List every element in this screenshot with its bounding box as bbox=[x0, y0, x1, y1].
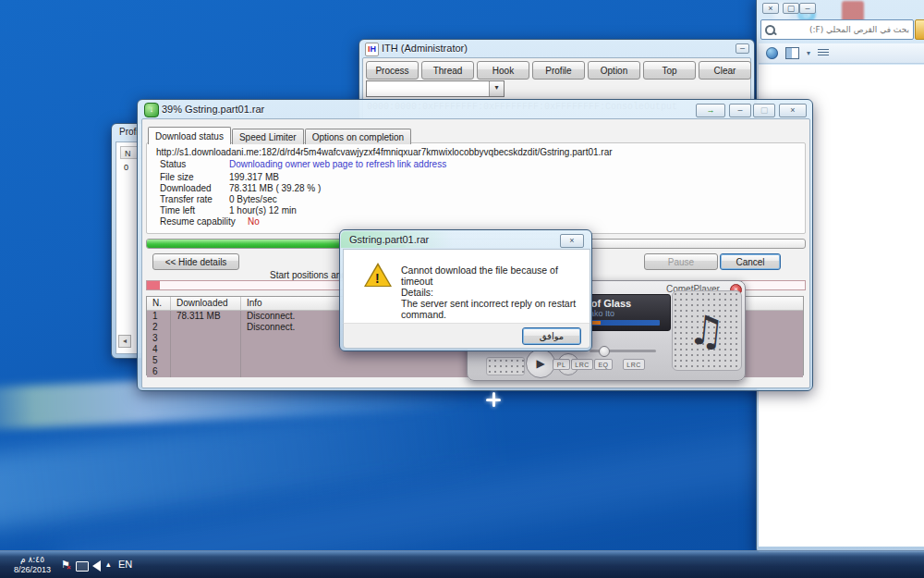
field-value: 0 Bytes/sec bbox=[229, 194, 277, 204]
maximize-icon[interactable]: ▢ bbox=[783, 3, 799, 14]
lrc2-button[interactable]: LRC bbox=[623, 359, 645, 370]
tab-download-status[interactable]: Download status bbox=[148, 127, 231, 144]
pause-button[interactable]: Pause bbox=[644, 253, 718, 270]
segments-fill bbox=[147, 281, 160, 289]
maximize-icon[interactable]: ▢ bbox=[753, 104, 775, 117]
dialog-title: Gstring.part01.rar bbox=[349, 234, 429, 245]
thread-button[interactable]: Thread bbox=[421, 61, 474, 80]
chevron-down-icon[interactable]: ▾ bbox=[489, 81, 504, 96]
download-url: http://s1.downloadani.me:182/d/rd4r5m4wa… bbox=[156, 147, 613, 157]
seek-knob[interactable] bbox=[599, 346, 610, 357]
tray-clock[interactable]: ٨:٤٥ م 8/26/2013 bbox=[6, 553, 59, 577]
profile-list-cell[interactable]: 0 bbox=[124, 163, 128, 172]
idm-app-icon: ↓ bbox=[144, 103, 159, 117]
cursor-sparkle bbox=[486, 392, 501, 407]
status-value: Downloading owner web page to refresh li… bbox=[229, 159, 446, 169]
field-value: 199.317 MB bbox=[229, 172, 279, 182]
hide-details-button[interactable]: << Hide details bbox=[152, 253, 239, 270]
ith-toolbar: Process Thread Hook Profile Option Top C… bbox=[366, 61, 751, 80]
search-input[interactable] bbox=[775, 25, 913, 34]
profile-button[interactable]: Profile bbox=[532, 61, 585, 80]
status-label: Status bbox=[160, 159, 186, 169]
field-label: Transfer rate bbox=[160, 194, 213, 204]
lrc-button[interactable]: LRC bbox=[571, 359, 593, 370]
tab-speed-limiter[interactable]: Speed Limiter bbox=[232, 129, 304, 144]
search-box[interactable] bbox=[760, 19, 914, 40]
details-text: The server sent incorrect reply on resta… bbox=[401, 298, 586, 320]
taskbar: ٨:٤٥ م 8/26/2013 ⚑ × ▴ EN ↓ IH ★ bbox=[0, 550, 924, 578]
playlist-pad-button[interactable] bbox=[486, 357, 525, 375]
option-button[interactable]: Option bbox=[588, 61, 640, 80]
close-icon[interactable]: × bbox=[762, 3, 779, 14]
error-dialog: Gstring.part01.rar × ! Cannot download t… bbox=[339, 229, 592, 351]
preview-pane-icon[interactable] bbox=[785, 47, 799, 59]
close-icon[interactable]: × bbox=[560, 234, 584, 248]
language-indicator[interactable]: EN bbox=[118, 559, 132, 570]
cancel-button[interactable]: Cancel bbox=[720, 253, 781, 270]
clock-time: ٨:٤٥ م bbox=[20, 555, 44, 565]
chevron-down-icon[interactable]: ▾ bbox=[807, 49, 810, 57]
pl-button[interactable]: PL bbox=[553, 359, 570, 370]
close-icon[interactable]: × bbox=[779, 104, 807, 117]
field-label: Resume capability bbox=[160, 216, 236, 227]
flag-error-badge: × bbox=[67, 564, 71, 572]
play-button[interactable]: ▶ bbox=[526, 349, 555, 378]
field-value: 1 hour(s) 12 min bbox=[229, 205, 297, 215]
seek-slider[interactable] bbox=[590, 350, 656, 352]
clear-button[interactable]: Clear bbox=[699, 61, 751, 80]
field-label: Downloaded bbox=[160, 183, 212, 193]
download-tabs: Download status Speed Limiter Options on… bbox=[148, 127, 412, 144]
resume-capability-value: No bbox=[248, 216, 260, 227]
clock-date: 8/26/2013 bbox=[14, 565, 51, 575]
ith-app-icon: IH bbox=[365, 43, 379, 56]
idm-drop-target-button[interactable]: → bbox=[696, 104, 725, 117]
music-note-icon: ♫ bbox=[687, 305, 728, 356]
list-view-icon[interactable] bbox=[818, 49, 829, 57]
action-center-flag-icon[interactable]: ⚑ × bbox=[61, 560, 70, 570]
eq-button[interactable]: EQ bbox=[594, 359, 613, 370]
explorer-toolbar: ▾ bbox=[759, 43, 924, 64]
minimize-icon[interactable]: – bbox=[736, 43, 749, 54]
minimize-icon[interactable]: – bbox=[729, 104, 751, 117]
play-icon: ▶ bbox=[536, 357, 544, 370]
speaker-icon[interactable] bbox=[92, 560, 101, 572]
hidden-icons-arrow[interactable]: ▴ bbox=[106, 560, 111, 569]
address-bar-folder-icon[interactable] bbox=[915, 19, 924, 40]
ok-button[interactable]: موافق bbox=[522, 327, 581, 345]
thread-combobox[interactable]: ▾ bbox=[366, 80, 505, 97]
download-status-panel: http://s1.downloadani.me:182/d/rd4r5m4wa… bbox=[146, 142, 806, 234]
process-button[interactable]: Process bbox=[366, 61, 419, 80]
search-icon bbox=[765, 25, 775, 35]
details-label: Details: bbox=[401, 287, 433, 298]
download-window-title: 39% Gstring.part01.rar bbox=[162, 104, 264, 115]
hook-button[interactable]: Hook bbox=[477, 61, 529, 80]
top-button[interactable]: Top bbox=[643, 61, 696, 80]
scroll-left-icon[interactable]: ◂ bbox=[118, 335, 131, 348]
warning-icon: ! bbox=[364, 263, 392, 287]
ith-window-title: ITH (Administrator) bbox=[382, 43, 468, 54]
field-label: Time left bbox=[160, 205, 195, 215]
field-value: 78.311 MB ( 39.28 % ) bbox=[229, 183, 321, 193]
field-label: File size bbox=[160, 172, 194, 182]
network-icon[interactable] bbox=[76, 561, 89, 572]
minimize-icon[interactable]: – bbox=[799, 3, 816, 14]
error-message: Cannot download the file because of time… bbox=[401, 264, 582, 287]
speaker-grille: ♫ bbox=[672, 290, 742, 371]
tab-options-on-completion[interactable]: Options on completion bbox=[305, 129, 412, 144]
globe-icon[interactable] bbox=[766, 47, 778, 59]
